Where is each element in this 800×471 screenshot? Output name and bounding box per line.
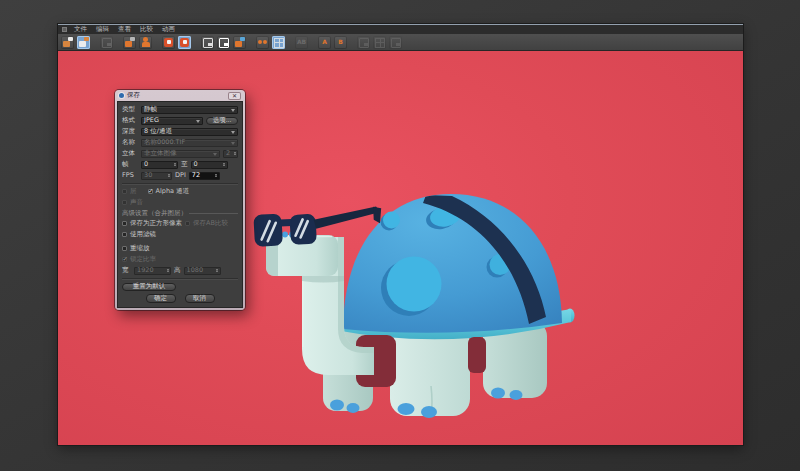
- depth-value: 8 位/通道: [144, 128, 172, 135]
- dialog-body: 类型 静帧 格式 JPEG 选项... 深度 8 位/通道 名称 名称: [117, 101, 243, 308]
- row-depth: 深度 8 位/通道: [122, 127, 238, 136]
- layers-checkbox: [122, 189, 127, 194]
- lock-ratio-checkbox: [122, 257, 127, 262]
- rescale-label: 重缩放: [130, 245, 150, 252]
- row-stereo: 立体 非立体图像 2: [122, 149, 238, 158]
- advanced-settings-title: 高级设置（合并图层）: [122, 210, 187, 217]
- cancel-button[interactable]: 取消: [185, 294, 215, 303]
- dialog-title: 保存: [127, 92, 140, 99]
- render-region-icon[interactable]: [178, 36, 191, 49]
- row-rescale: 重缩放: [122, 244, 238, 253]
- row-frame: 帧 0 至 0: [122, 160, 238, 169]
- sound-label: 声音: [130, 199, 143, 206]
- ab-compare-icon: [295, 36, 308, 49]
- frame-add-icon[interactable]: [217, 36, 230, 49]
- alpha-channel-label: Alpha 通道: [156, 188, 190, 195]
- row-type: 类型 静帧: [122, 105, 238, 114]
- row-sound: 声音: [122, 198, 238, 207]
- dpi-field[interactable]: 72: [189, 172, 220, 180]
- sound-checkbox: [122, 200, 127, 205]
- save-image-icon[interactable]: [77, 36, 90, 49]
- square-pixels-checkbox[interactable]: [122, 221, 127, 226]
- row-reset: 重置为默认: [122, 282, 238, 291]
- row-use-filter: 使用滤镜: [122, 230, 238, 239]
- stereo-value: 非立体图像: [144, 150, 177, 157]
- row-rate: FPS 30 DPI 72: [122, 171, 238, 180]
- lock-ratio-label: 锁定比率: [130, 256, 156, 263]
- name-label: 名称: [122, 139, 138, 146]
- options-button[interactable]: 选项...: [206, 117, 238, 125]
- set-b-icon[interactable]: [334, 36, 347, 49]
- menu-bar: 文件编辑查看比较动画: [58, 25, 743, 34]
- name-dropdown: 名称0000.TIF: [141, 139, 238, 147]
- format-dropdown[interactable]: JPEG: [141, 117, 203, 125]
- menu-bar-items: 文件编辑查看比较动画: [74, 25, 175, 34]
- stereo-dropdown: 非立体图像: [141, 150, 220, 158]
- rescale-checkbox[interactable]: [122, 246, 127, 251]
- compare-eyes-icon[interactable]: [256, 36, 269, 49]
- row-layers: 层 Alpha 通道: [122, 187, 238, 196]
- move-tool-icon[interactable]: [123, 36, 136, 49]
- row-format: 格式 JPEG 选项...: [122, 116, 238, 125]
- type-value: 静帧: [144, 106, 157, 113]
- dpi-label: DPI: [175, 172, 186, 179]
- toolbar: [58, 34, 743, 51]
- type-dropdown[interactable]: 静帧: [141, 106, 238, 114]
- filter-2-icon: [373, 36, 386, 49]
- menu-item[interactable]: 文件: [74, 25, 87, 34]
- menu-item[interactable]: 查看: [118, 25, 131, 34]
- render-view-icon[interactable]: [162, 36, 175, 49]
- team-render-icon[interactable]: [233, 36, 246, 49]
- row-square-pixels: 保存为正方形像素 保存AB比较: [122, 219, 238, 228]
- frame-from-field[interactable]: 0: [141, 161, 178, 169]
- row-lock-ratio: 锁定比率: [122, 255, 238, 264]
- menu-item[interactable]: 编辑: [96, 25, 109, 34]
- open-image-icon[interactable]: [61, 36, 74, 49]
- fps-field: 30: [141, 172, 172, 180]
- name-value: 名称0000.TIF: [144, 139, 185, 146]
- row-size: 宽 1920 高 1080: [122, 266, 238, 275]
- stereo-count-field: 2: [223, 150, 238, 158]
- divider: [122, 278, 238, 279]
- reset-defaults-button[interactable]: 重置为默认: [122, 283, 176, 291]
- menu-item[interactable]: 比较: [140, 25, 153, 34]
- viewport-canvas[interactable]: 保存 ✕ 类型 静帧 格式 JPEG 选项... 深度 8: [58, 51, 743, 445]
- menu-item[interactable]: 动画: [162, 25, 175, 34]
- divider: [122, 183, 238, 184]
- window-icon: [62, 27, 67, 32]
- ab-compare-label: 保存AB比较: [193, 220, 228, 227]
- filter-1-icon: [357, 36, 370, 49]
- format-value: JPEG: [144, 117, 159, 124]
- frame-to-field[interactable]: 0: [191, 161, 228, 169]
- depth-dropdown[interactable]: 8 位/通道: [141, 128, 238, 136]
- dialog-icon: [119, 93, 124, 98]
- frame-icon[interactable]: [201, 36, 214, 49]
- height-label: 高: [174, 267, 181, 274]
- fps-label: FPS: [122, 172, 138, 179]
- type-label: 类型: [122, 106, 138, 113]
- square-pixels-label: 保存为正方形像素: [130, 220, 182, 227]
- frame-to-label: 至: [181, 161, 188, 168]
- ok-button[interactable]: 确定: [146, 294, 176, 303]
- layers-label: 层: [130, 188, 137, 195]
- filter-3-icon: [389, 36, 402, 49]
- advanced-settings-header: 高级设置（合并图层）: [122, 209, 238, 217]
- use-filter-checkbox[interactable]: [122, 232, 127, 237]
- history-icon: [100, 36, 113, 49]
- app-window: 文件编辑查看比较动画: [58, 24, 743, 445]
- alpha-channel-checkbox[interactable]: [148, 189, 153, 194]
- character-icon[interactable]: [139, 36, 152, 49]
- save-dialog: 保存 ✕ 类型 静帧 格式 JPEG 选项... 深度 8: [115, 90, 245, 310]
- stereo-label: 立体: [122, 150, 138, 157]
- turtle-model: [240, 181, 580, 431]
- layout-grid-icon[interactable]: [272, 36, 285, 49]
- frame-label: 帧: [122, 161, 138, 168]
- ab-compare-checkbox: [185, 221, 190, 226]
- close-icon[interactable]: ✕: [228, 92, 241, 100]
- use-filter-label: 使用滤镜: [130, 231, 156, 238]
- format-label: 格式: [122, 117, 138, 124]
- row-confirm: 确定 取消: [122, 294, 238, 303]
- set-a-icon[interactable]: [318, 36, 331, 49]
- dialog-title-bar[interactable]: 保存 ✕: [117, 90, 243, 101]
- width-label: 宽: [122, 267, 131, 274]
